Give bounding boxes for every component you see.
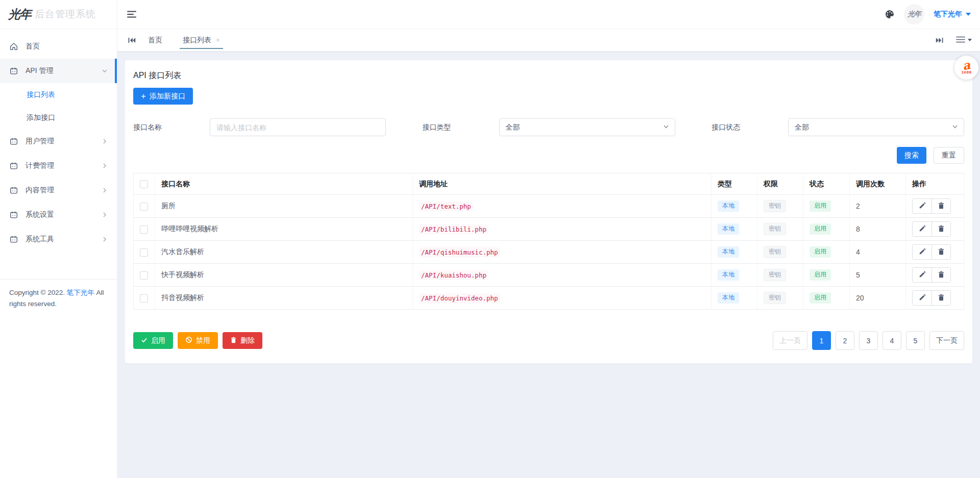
table-row: 快手视频解析 /API/kuaishou.php 本地 密钥 启用 5 (134, 264, 964, 287)
sidebar-item-label: 系统设置 (26, 210, 54, 219)
prev-page-button[interactable]: 上一页 (773, 331, 807, 350)
api-url: /API/bilibili.php (419, 224, 488, 234)
filter-group-status: 接口状态 全部 (712, 118, 964, 136)
trash-icon (938, 225, 945, 234)
edit-button[interactable] (913, 199, 932, 213)
api-status-select[interactable]: 全部 (788, 118, 964, 136)
page-number-button[interactable]: 2 (836, 331, 854, 350)
content-area: a 1688 API 接口列表 + 添加新接口 接口名称 接口类型 (117, 52, 980, 478)
brand-title: 后台管理系统 (35, 8, 96, 21)
copyright-link[interactable]: 笔下光年 (67, 289, 94, 296)
sidebar-subitem-api-add[interactable]: 添加接口 (0, 106, 117, 129)
caret-down-icon (968, 39, 972, 41)
reset-button[interactable]: 重置 (934, 147, 964, 164)
sidebar-item-contents[interactable]: 内容管理 (0, 178, 117, 203)
chevron-right-icon (102, 138, 108, 144)
edit-button[interactable] (913, 268, 932, 282)
ban-icon (185, 336, 192, 345)
calendar-icon (9, 210, 18, 219)
api-url: /API/qishuimusic.php (419, 247, 500, 257)
sidebar-item-home[interactable]: 首页 (0, 34, 117, 59)
edit-button[interactable] (913, 245, 932, 259)
delete-button[interactable] (932, 245, 950, 259)
sidebar-item-tools[interactable]: 系统工具 (0, 227, 117, 251)
theme-palette-icon[interactable] (885, 9, 895, 19)
logo-1688-badge[interactable]: a 1688 (954, 56, 978, 80)
select-all-checkbox[interactable] (140, 180, 148, 188)
copyright: Copyright © 2022. 笔下光年 All rights reserv… (0, 279, 117, 318)
trash-icon (938, 271, 945, 280)
api-name-input[interactable] (210, 118, 386, 136)
main-column: 光年 笔下光年 首页 接口列表 × (117, 0, 980, 478)
table-row: 哔哩哔哩视频解析 /API/bilibili.php 本地 密钥 启用 8 (134, 218, 964, 241)
tab-api-list[interactable]: 接口列表 × (173, 29, 230, 51)
chevron-right-icon (102, 163, 108, 169)
api-url: /API/kuaishou.php (419, 270, 488, 280)
bulk-delete-button[interactable]: 删除 (223, 332, 262, 349)
row-checkbox[interactable] (140, 225, 148, 234)
brand: 光年 后台管理系统 (0, 0, 117, 29)
page-number-button[interactable]: 1 (812, 331, 831, 350)
call-count: 4 (856, 248, 860, 256)
delete-button[interactable] (932, 268, 950, 282)
user-menu[interactable]: 笔下光年 (934, 10, 971, 19)
trash-icon (230, 337, 237, 345)
delete-button[interactable] (932, 291, 950, 305)
perm-badge: 密钥 (764, 200, 786, 212)
last-tab-icon[interactable] (934, 34, 946, 46)
add-api-button[interactable]: + 添加新接口 (133, 88, 193, 105)
sidebar-item-api[interactable]: API 管理 (0, 59, 117, 83)
call-count: 2 (856, 202, 860, 210)
sidebar-item-billing[interactable]: 计费管理 (0, 154, 117, 178)
status-badge: 启用 (810, 269, 831, 281)
perm-badge: 密钥 (764, 246, 786, 258)
call-count: 5 (856, 271, 860, 279)
api-name: 抖音视频解析 (161, 293, 204, 301)
api-table: 接口名称 调用地址 类型 权限 状态 调用次数 操作 厕所 /API/text.… (133, 173, 964, 310)
sidebar-subitem-api-list[interactable]: 接口列表 (0, 83, 117, 106)
column-header: 权限 (757, 173, 803, 195)
type-badge: 本地 (718, 292, 739, 304)
row-checkbox[interactable] (140, 294, 148, 303)
sidebar-item-label: 内容管理 (26, 186, 54, 195)
edit-button[interactable] (913, 291, 932, 305)
tab-home[interactable]: 首页 (138, 29, 173, 51)
sidebar-item-users[interactable]: 用户管理 (0, 129, 117, 154)
collapse-sidebar-icon[interactable] (127, 10, 137, 18)
status-badge: 启用 (810, 246, 831, 258)
row-checkbox[interactable] (140, 271, 148, 280)
type-badge: 本地 (718, 246, 739, 258)
close-icon[interactable]: × (216, 37, 220, 43)
page-number-button[interactable]: 3 (859, 331, 878, 350)
column-header: 类型 (712, 173, 757, 195)
perm-badge: 密钥 (764, 269, 786, 281)
pencil-icon (919, 202, 926, 211)
page-number-button[interactable]: 4 (883, 331, 901, 350)
tabbar-right (934, 34, 972, 46)
api-name: 厕所 (161, 202, 176, 210)
next-page-button[interactable]: 下一页 (929, 331, 964, 350)
first-tab-icon[interactable] (126, 34, 138, 46)
trash-icon (938, 248, 945, 257)
calendar-icon (9, 66, 18, 76)
pencil-icon (919, 248, 926, 257)
row-actions (912, 198, 951, 214)
page-number-button[interactable]: 5 (906, 331, 925, 350)
table-row: 抖音视频解析 /API/douyinvideo.php 本地 密钥 启用 20 (134, 287, 964, 310)
row-checkbox[interactable] (140, 203, 148, 211)
search-button[interactable]: 搜索 (897, 147, 926, 164)
chevron-right-icon (102, 212, 108, 218)
api-type-select[interactable]: 全部 (499, 118, 675, 136)
row-checkbox[interactable] (140, 248, 148, 257)
delete-button[interactable] (932, 199, 950, 213)
bulk-enable-button[interactable]: 启用 (133, 332, 173, 349)
chevron-right-icon (102, 236, 108, 242)
pagination-pages: 1 2 3 4 5 (812, 331, 925, 350)
delete-button[interactable] (932, 222, 950, 236)
bulk-disable-button[interactable]: 禁用 (178, 332, 218, 349)
tab-options-menu[interactable] (956, 36, 972, 44)
edit-button[interactable] (913, 222, 932, 236)
chevron-right-icon (102, 187, 108, 193)
avatar[interactable]: 光年 (904, 4, 924, 24)
sidebar-item-settings[interactable]: 系统设置 (0, 203, 117, 227)
